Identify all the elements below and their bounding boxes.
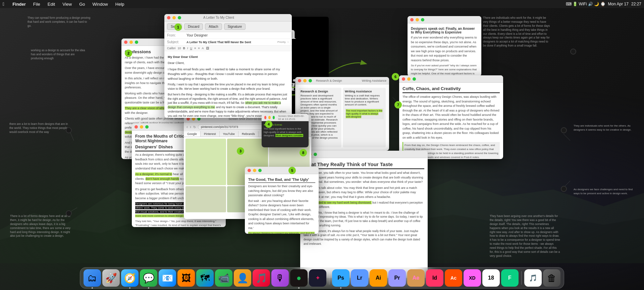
apple-menu[interactable]:  bbox=[3, 1, 4, 7]
res-tl-yellow[interactable] bbox=[303, 79, 307, 82]
dock-acrobat[interactable]: Ac bbox=[445, 269, 462, 287]
signature-btn[interactable]: Signature bbox=[224, 23, 246, 30]
tab-pinterest[interactable]: Pinterest bbox=[201, 131, 220, 137]
tr-title: Designers speak out: Finally, an Answer … bbox=[411, 27, 478, 34]
dock-photos[interactable]: 🖼 bbox=[177, 269, 195, 287]
dock-finder[interactable]: 🗂 bbox=[84, 269, 101, 287]
dock-figma[interactable]: F bbox=[501, 269, 519, 287]
dock-music[interactable]: 🎵 bbox=[253, 269, 270, 287]
tr-tl-yellow[interactable] bbox=[416, 18, 419, 21]
ss-tl-yellow[interactable] bbox=[268, 116, 270, 119]
email-body[interactable]: My Dear Dear Client Dear Client, I hope … bbox=[164, 51, 292, 118]
coffee-card[interactable]: Coffe, Chaos, and Creativity The office … bbox=[399, 75, 503, 159]
tl-green[interactable] bbox=[178, 16, 181, 19]
dock-notes[interactable]: 🎵 bbox=[524, 269, 542, 287]
dock-maps[interactable]: 🗺 bbox=[196, 269, 214, 287]
window-menu[interactable]: Window bbox=[91, 2, 109, 7]
gb-tl-green[interactable] bbox=[258, 169, 262, 172]
email-window-title: A Letter To My Client bbox=[203, 16, 234, 19]
tas-tl-green[interactable] bbox=[314, 153, 317, 156]
finder-menu[interactable]: Finder bbox=[11, 2, 27, 7]
ss-text: The most significant factors in the high… bbox=[264, 127, 307, 137]
gb-tl-red[interactable] bbox=[248, 169, 251, 172]
res-tl-red[interactable] bbox=[298, 79, 301, 82]
tr-tl-green[interactable] bbox=[421, 18, 424, 21]
dock-contacts[interactable]: 👤 bbox=[234, 269, 251, 287]
forward-icon[interactable]: › bbox=[190, 125, 191, 129]
email-format-toolbar: Calibri10BIU ≡≡A🖼 bbox=[164, 46, 292, 51]
top-right-card[interactable]: Designers speak out: Finally, an Answer … bbox=[408, 16, 481, 76]
dock-trash[interactable]: 🗑 bbox=[543, 269, 560, 287]
badge-4: 4 bbox=[265, 121, 272, 128]
refresh-icon[interactable]: ↻ bbox=[193, 125, 196, 129]
badge-6: 6 bbox=[392, 73, 399, 80]
dock-mail[interactable]: 📧 bbox=[159, 269, 176, 287]
gb-tl-yellow[interactable] bbox=[253, 169, 256, 172]
coffee-titlebar bbox=[399, 75, 503, 83]
email-para2: I hope this email finds you well. I want… bbox=[168, 67, 288, 81]
goodbad-title: The Good, The Bad, and 'The Ugly' bbox=[248, 177, 315, 183]
dock: 🗂 🚀 🧭 💬 📧 🖼 🗺 📹 👤 🎵 🎙 ● ✦ Ps Lr Ai Pr Ae… bbox=[80, 267, 564, 289]
view-menu[interactable]: View bbox=[61, 2, 73, 7]
dock-lightroom[interactable]: Lr bbox=[351, 269, 368, 287]
email-subject: A Letter To My Client That Will Never Be… bbox=[186, 41, 251, 44]
dock-notion[interactable]: 18 bbox=[482, 269, 500, 287]
research-title-label: Research & Design bbox=[316, 79, 342, 82]
badge-5: 5 bbox=[288, 167, 296, 174]
dock-messages[interactable]: 💬 bbox=[140, 269, 157, 287]
dock-photoshop[interactable]: Ps bbox=[332, 269, 350, 287]
dock-podcasts[interactable]: 🎙 bbox=[271, 269, 289, 287]
email-window[interactable]: A Letter To My Client Send Discard Attac… bbox=[164, 14, 292, 118]
ss-tl-red[interactable] bbox=[264, 116, 266, 119]
email-from: Your Designer bbox=[186, 33, 208, 37]
conf-tl-yellow[interactable] bbox=[129, 41, 133, 44]
dock-xd[interactable]: XD bbox=[464, 269, 481, 287]
tab-youtube[interactable]: YouTube bbox=[220, 131, 238, 137]
menubar-datetime: Mon Apr 17 bbox=[608, 2, 629, 6]
screenshot-window[interactable]: Screen Shot 2023-02-02 at 13.15.01 ● Ret… bbox=[262, 114, 309, 147]
goodbad-card[interactable]: The Good, The Bad, and 'The Ugly' Design… bbox=[245, 167, 319, 234]
tr-titlebar bbox=[408, 16, 481, 23]
dock-spotify[interactable]: ● bbox=[290, 269, 308, 287]
back-icon[interactable]: ‹ bbox=[186, 125, 188, 129]
dock-launchpad[interactable]: 🚀 bbox=[102, 269, 120, 287]
goodbad-content: The Good, The Bad, and 'The Ugly' Design… bbox=[245, 174, 319, 234]
dock-facetime[interactable]: 📹 bbox=[215, 269, 232, 287]
conn-node-4 bbox=[66, 210, 72, 216]
dock-sep-2 bbox=[521, 271, 522, 285]
dock-slack[interactable]: ✦ bbox=[309, 269, 326, 287]
res-tl-green[interactable] bbox=[309, 79, 312, 82]
discard-btn[interactable]: Discard bbox=[184, 23, 203, 30]
ss-tl-green[interactable] bbox=[273, 116, 275, 119]
tab-google[interactable]: Google bbox=[184, 131, 201, 137]
tr-tl-red[interactable] bbox=[410, 18, 414, 21]
crit-tl-yellow[interactable] bbox=[140, 125, 143, 129]
tab-rebrands[interactable]: Rebrands bbox=[238, 131, 259, 137]
tl-red[interactable] bbox=[167, 16, 170, 19]
tl-yellow[interactable] bbox=[172, 16, 176, 19]
email-para1: Dear Client, bbox=[168, 61, 288, 65]
dock-aftereffects[interactable]: Ae bbox=[407, 269, 425, 287]
cof-tl-green[interactable] bbox=[413, 77, 416, 81]
email-para3: Firstly, I want to say that I appreciate… bbox=[168, 82, 288, 91]
taste-card[interactable]: What They Really Think of Your Taste As … bbox=[300, 151, 428, 278]
dock-indesign[interactable]: Id bbox=[426, 269, 443, 287]
conf-tl-green[interactable] bbox=[135, 41, 138, 44]
safari-dot bbox=[129, 287, 130, 289]
conf-tl-red[interactable] bbox=[124, 41, 127, 44]
edit-menu[interactable]: Edit bbox=[46, 2, 56, 7]
file-menu[interactable]: File bbox=[32, 2, 42, 7]
dock-premiere[interactable]: Pr bbox=[388, 269, 406, 287]
badge-2: 2 bbox=[125, 50, 132, 57]
attach-btn[interactable]: Attach bbox=[205, 23, 222, 30]
cof-tl-red[interactable] bbox=[402, 77, 405, 81]
dock-illustrator[interactable]: Ai bbox=[370, 269, 387, 287]
cof-tl-yellow[interactable] bbox=[407, 77, 411, 81]
taste-content: What They Really Think of Your Taste As … bbox=[300, 158, 428, 278]
crit-tl-red[interactable] bbox=[135, 125, 138, 129]
crit-tl-green[interactable] bbox=[145, 125, 149, 129]
go-menu[interactable]: Go bbox=[78, 2, 86, 7]
help-menu[interactable]: Help bbox=[114, 2, 126, 7]
conn-node-3 bbox=[66, 127, 72, 133]
dock-safari[interactable]: 🧭 bbox=[121, 269, 139, 287]
